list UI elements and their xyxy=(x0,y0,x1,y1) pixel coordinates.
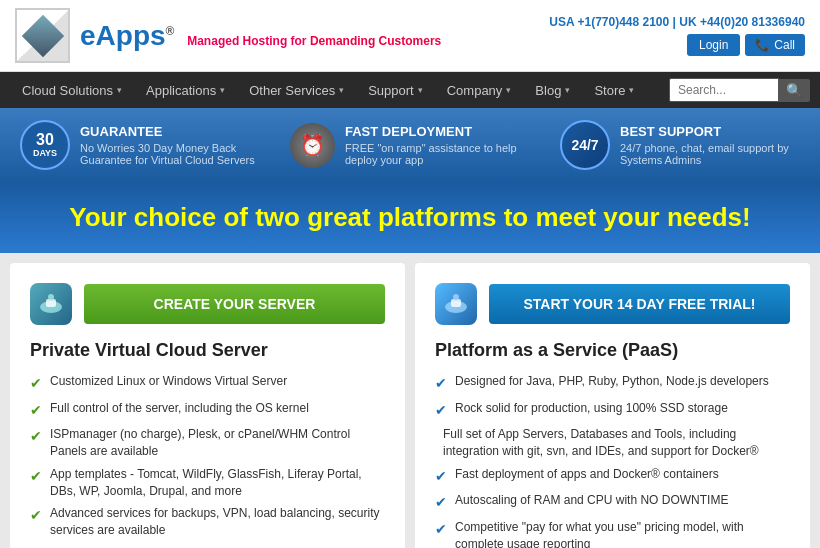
support-badge: 24/7 xyxy=(560,120,610,170)
hero-text: Your choice of two great platforms to me… xyxy=(69,202,750,232)
support-badge-text: 24/7 xyxy=(571,137,598,153)
nav-company[interactable]: Company ▾ xyxy=(435,72,524,108)
svg-point-2 xyxy=(48,294,54,300)
list-item: ✔ ISPmanager (no charge), Plesk, or cPan… xyxy=(30,426,385,460)
feature-text: ISPmanager (no charge), Plesk, or cPanel… xyxy=(50,426,385,460)
list-item: ✔ App templates - Tomcat, WildFly, Glass… xyxy=(30,466,385,500)
chevron-down-icon: ▾ xyxy=(220,85,225,95)
tagline-bold: Demanding Customers xyxy=(310,34,441,48)
feature-text: Full set of App Servers, Databases and T… xyxy=(443,426,790,460)
check-icon: ✔ xyxy=(435,467,447,487)
check-icon: ✔ xyxy=(30,374,42,394)
check-icon: ✔ xyxy=(435,401,447,421)
deployment-title: FAST DEPLOYMENT xyxy=(345,124,530,139)
feature-text: Full control of the server, including th… xyxy=(50,400,309,421)
guarantee-text: GUARANTEE No Worries 30 Day Money Back G… xyxy=(80,124,260,166)
chevron-down-icon: ▾ xyxy=(565,85,570,95)
top-right: USA +1(770)448 2100 | UK +44(0)20 813369… xyxy=(549,15,805,56)
nav-cloud-solutions[interactable]: Cloud Solutions ▾ xyxy=(10,72,134,108)
support-title: BEST SUPPORT xyxy=(620,124,800,139)
nav-store[interactable]: Store ▾ xyxy=(582,72,646,108)
nav-other-services[interactable]: Other Services ▾ xyxy=(237,72,356,108)
right-feature-list: ✔ Designed for Java, PHP, Ruby, Python, … xyxy=(435,373,790,548)
start-trial-button[interactable]: START YOUR 14 DAY FREE TRIAL! xyxy=(489,284,790,324)
nav-blog-label: Blog xyxy=(535,83,561,98)
guarantee-title: GUARANTEE xyxy=(80,124,260,139)
top-bar: eApps® Managed Hosting for Demanding Cus… xyxy=(0,0,820,72)
banner-support: 24/7 BEST SUPPORT 24/7 phone, chat, emai… xyxy=(560,120,800,170)
nav-other-services-label: Other Services xyxy=(249,83,335,98)
badge-unit: DAYS xyxy=(33,148,57,158)
badge-number: 30 xyxy=(36,132,54,148)
list-item: ✔ Competitive "pay for what you use" pri… xyxy=(435,519,790,548)
logo-box xyxy=(15,8,70,63)
login-button[interactable]: Login xyxy=(687,34,740,56)
chevron-down-icon: ▾ xyxy=(117,85,122,95)
hero-section: Your choice of two great platforms to me… xyxy=(0,182,820,253)
main-nav: Cloud Solutions ▾ Applications ▾ Other S… xyxy=(0,72,820,108)
two-col-section: CREATE YOUR SERVER Private Virtual Cloud… xyxy=(0,253,820,548)
banner-guarantee: 30 DAYS GUARANTEE No Worries 30 Day Mone… xyxy=(20,120,260,170)
phone-numbers: USA +1(770)448 2100 | UK +44(0)20 813369… xyxy=(549,15,805,29)
check-icon: ✔ xyxy=(30,401,42,421)
nav-company-label: Company xyxy=(447,83,503,98)
guarantee-desc: No Worries 30 Day Money Back Guarantee f… xyxy=(80,142,260,166)
feature-text: Designed for Java, PHP, Ruby, Python, No… xyxy=(455,373,769,394)
right-col-title: Platform as a Service (PaaS) xyxy=(435,340,790,361)
svg-rect-1 xyxy=(46,299,56,307)
feature-text: Customized Linux or Windows Virtual Serv… xyxy=(50,373,287,394)
feature-text: Rock solid for production, using 100% SS… xyxy=(455,400,728,421)
check-icon: ✔ xyxy=(30,427,42,460)
tagline: Managed Hosting for Demanding Customers xyxy=(187,34,441,48)
svg-rect-4 xyxy=(451,299,461,307)
check-icon: ✔ xyxy=(30,467,42,500)
feature-text: Fast deployment of apps and Docker® cont… xyxy=(455,466,719,487)
support-text: BEST SUPPORT 24/7 phone, chat, email sup… xyxy=(620,124,800,166)
top-buttons: Login 📞 Call xyxy=(687,34,805,56)
call-button[interactable]: 📞 Call xyxy=(745,34,805,56)
list-item: Full set of App Servers, Databases and T… xyxy=(435,426,790,460)
logo-area: eApps® Managed Hosting for Demanding Cus… xyxy=(15,8,441,63)
feature-text: Advanced services for backups, VPN, load… xyxy=(50,505,385,539)
list-item: ✔ Full control of the server, including … xyxy=(30,400,385,421)
nav-applications[interactable]: Applications ▾ xyxy=(134,72,237,108)
logo-diamond-icon xyxy=(21,14,63,56)
right-column: START YOUR 14 DAY FREE TRIAL! Platform a… xyxy=(415,263,810,548)
left-column: CREATE YOUR SERVER Private Virtual Cloud… xyxy=(10,263,405,548)
feature-text: Autoscaling of RAM and CPU with NO DOWNT… xyxy=(455,492,728,513)
search-button[interactable]: 🔍 xyxy=(779,79,810,102)
list-item: ✔ Customized Linux or Windows Virtual Se… xyxy=(30,373,385,394)
chevron-down-icon: ▾ xyxy=(418,85,423,95)
brand-text: eApps® xyxy=(80,20,182,51)
right-cta-area: START YOUR 14 DAY FREE TRIAL! xyxy=(435,283,790,325)
search-input[interactable] xyxy=(669,78,779,102)
clock-icon: ⏰ xyxy=(290,123,335,168)
nav-support-label: Support xyxy=(368,83,414,98)
skype-icon: 📞 xyxy=(755,38,770,52)
left-cta-area: CREATE YOUR SERVER xyxy=(30,283,385,325)
nav-blog[interactable]: Blog ▾ xyxy=(523,72,582,108)
nav-support[interactable]: Support ▾ xyxy=(356,72,435,108)
guarantee-badge: 30 DAYS xyxy=(20,120,70,170)
tagline-text: Managed Hosting for xyxy=(187,34,310,48)
nav-applications-label: Applications xyxy=(146,83,216,98)
chevron-down-icon: ▾ xyxy=(629,85,634,95)
brand-apps: Apps xyxy=(96,20,166,51)
banner-deployment: ⏰ FAST DEPLOYMENT FREE "on ramp" assista… xyxy=(290,123,530,168)
deployment-text: FAST DEPLOYMENT FREE "on ramp" assistanc… xyxy=(345,124,530,166)
check-icon: ✔ xyxy=(435,520,447,548)
support-desc: 24/7 phone, chat, email support by Syste… xyxy=(620,142,800,166)
call-label: Call xyxy=(774,38,795,52)
nav-store-label: Store xyxy=(594,83,625,98)
left-col-title: Private Virtual Cloud Server xyxy=(30,340,385,361)
check-icon: ✔ xyxy=(30,506,42,539)
svg-point-5 xyxy=(453,294,459,300)
brand: eApps® Managed Hosting for Demanding Cus… xyxy=(80,20,441,52)
search-icon: 🔍 xyxy=(786,83,803,98)
check-icon: ✔ xyxy=(435,374,447,394)
brand-e: e xyxy=(80,20,96,51)
left-feature-list: ✔ Customized Linux or Windows Virtual Se… xyxy=(30,373,385,548)
create-server-button[interactable]: CREATE YOUR SERVER xyxy=(84,284,385,324)
list-item: ✔ Autoscaling of RAM and CPU with NO DOW… xyxy=(435,492,790,513)
list-item: ✔ Fast deployment of apps and Docker® co… xyxy=(435,466,790,487)
